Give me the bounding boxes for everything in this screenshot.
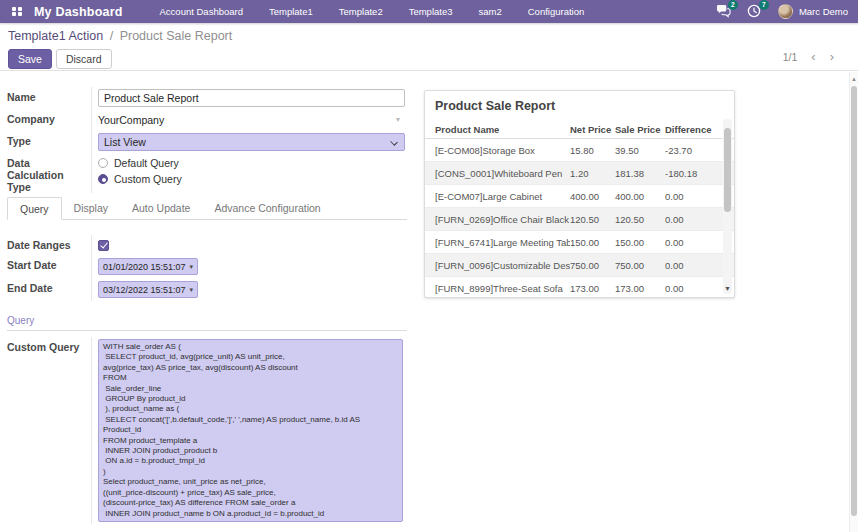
- custom-query-label: Custom Query: [7, 337, 91, 524]
- radio-custom-query-label: Custom Query: [114, 173, 182, 185]
- custom-query-textarea[interactable]: WITH sale_order AS ( SELECT product_id, …: [98, 339, 403, 522]
- report-scrollbar: ▼: [723, 119, 732, 294]
- col-net-price: Net Price: [570, 124, 615, 134]
- col-difference: Difference: [665, 124, 720, 134]
- company-value: YourCompany: [98, 114, 164, 126]
- page-scrollbar: ▲: [849, 72, 858, 532]
- type-select[interactable]: List View: [98, 133, 405, 151]
- start-date-label: Start Date: [7, 255, 91, 278]
- breadcrumb-separator: /: [107, 29, 116, 43]
- tab-auto-update[interactable]: Auto Update: [120, 197, 202, 219]
- calc-type-label: Data Calculation Type: [7, 153, 91, 193]
- activities-clock-icon[interactable]: 7: [747, 4, 763, 20]
- breadcrumb-current: Product Sale Report: [120, 29, 233, 43]
- nav-item-configuration[interactable]: Configuration: [515, 0, 598, 23]
- top-navbar: My Dashboard Account Dashboard Template1…: [0, 0, 858, 23]
- start-date-value: 01/01/2020 15:51:07: [103, 262, 186, 272]
- table-row: [FURN_0269]Office Chair Black 120.50 120…: [425, 208, 734, 231]
- company-caret-icon: ▾: [396, 115, 400, 124]
- messages-icon[interactable]: 2: [716, 4, 732, 20]
- query-tab-content: Date Ranges Start Date 01/01/2020 15:51:…: [7, 235, 407, 524]
- chevron-down-icon: [390, 138, 398, 146]
- nav-item-template3[interactable]: Template3: [396, 0, 466, 23]
- grid-icon: [12, 7, 22, 17]
- pager-next-icon[interactable]: ›: [830, 52, 834, 62]
- report-table-header: Product Name Net Price Sale Price Differ…: [425, 120, 734, 139]
- radio-custom-query[interactable]: Custom Query: [98, 173, 182, 185]
- app-title: My Dashboard: [34, 5, 123, 19]
- page-scrollbar-thumb[interactable]: [851, 86, 857, 516]
- radio-unchecked-icon: [98, 158, 108, 168]
- action-buttons: Save Discard: [8, 49, 112, 69]
- start-date-caret-icon: ▾: [189, 263, 193, 271]
- navbar-menu: Account Dashboard Template1 Template2 Te…: [147, 0, 598, 23]
- end-date-value: 03/12/2022 15:51:07: [103, 285, 186, 295]
- main-field-group: Name Company YourCompany ▾ Type: [7, 87, 407, 193]
- scroll-down-icon[interactable]: ▼: [723, 283, 732, 294]
- radio-default-query-label: Default Query: [114, 157, 179, 169]
- type-value: List View: [104, 136, 146, 148]
- pager-value: 1/1: [783, 51, 798, 63]
- breadcrumb-parent-link[interactable]: Template1 Action: [8, 29, 103, 43]
- user-name: Marc Demo: [799, 6, 848, 17]
- name-label: Name: [7, 87, 91, 109]
- end-date-caret-icon: ▾: [189, 286, 193, 294]
- table-row: [FURN_6741]Large Meeting Table 150.00 15…: [425, 231, 734, 254]
- user-avatar: [778, 4, 793, 19]
- navbar-right: 2 7 Marc Demo: [716, 4, 858, 20]
- table-row: [CONS_0001]Whiteboard Pen 1.20 181.38 -1…: [425, 162, 734, 185]
- activities-badge: 7: [759, 0, 769, 10]
- date-ranges-label: Date Ranges: [7, 235, 91, 255]
- nav-item-account-dashboard[interactable]: Account Dashboard: [147, 0, 256, 23]
- radio-checked-icon: [98, 174, 108, 184]
- date-ranges-checkbox[interactable]: [98, 240, 109, 251]
- tab-display[interactable]: Display: [62, 197, 120, 219]
- radio-default-query[interactable]: Default Query: [98, 157, 182, 169]
- breadcrumb: Template1 Action / Product Sale Report: [8, 29, 232, 43]
- notebook-tabs: Query Display Auto Update Advance Config…: [7, 197, 407, 220]
- scroll-up-icon[interactable]: ▲: [850, 74, 858, 84]
- discard-button[interactable]: Discard: [56, 49, 112, 69]
- report-title: Product Sale Report: [425, 91, 734, 120]
- table-row: [FURN_0096]Customizable Desk 750.00 750.…: [425, 254, 734, 277]
- form-view: Name Company YourCompany ▾ Type: [0, 71, 858, 532]
- report-table-body: [E-COM08]Storage Box 15.80 39.50 -23.70 …: [425, 139, 734, 298]
- user-menu[interactable]: Marc Demo: [778, 4, 848, 19]
- end-date-input[interactable]: 03/12/2022 15:51:07 ▾: [98, 281, 198, 298]
- form-sheet: Name Company YourCompany ▾ Type: [7, 87, 407, 524]
- query-section-title: Query: [7, 315, 407, 326]
- calc-type-radio-group: Default Query Custom Query: [98, 155, 182, 187]
- col-sale-price: Sale Price: [615, 124, 665, 134]
- save-button[interactable]: Save: [8, 49, 52, 69]
- name-input[interactable]: [98, 89, 405, 107]
- report-preview-card: Product Sale Report Product Name Net Pri…: [424, 90, 735, 298]
- tab-query[interactable]: Query: [7, 197, 62, 220]
- nav-item-template2[interactable]: Template2: [326, 0, 396, 23]
- control-panel: Template1 Action / Product Sale Report S…: [0, 23, 858, 71]
- messages-badge: 2: [728, 0, 738, 10]
- pager-prev-icon[interactable]: ‹: [811, 52, 815, 62]
- nav-item-template1[interactable]: Template1: [256, 0, 326, 23]
- nav-item-sam2[interactable]: sam2: [466, 0, 515, 23]
- company-label: Company: [7, 109, 91, 131]
- section-divider: [7, 330, 407, 331]
- pager: 1/1 ‹ ›: [783, 51, 834, 63]
- tab-advance-configuration[interactable]: Advance Configuration: [202, 197, 332, 219]
- start-date-input[interactable]: 01/01/2020 15:51:07 ▾: [98, 258, 198, 275]
- table-row: [E-COM07]Large Cabinet 400.00 400.00 0.0…: [425, 185, 734, 208]
- company-field[interactable]: YourCompany ▾: [98, 112, 405, 128]
- type-label: Type: [7, 131, 91, 153]
- report-scrollbar-thumb[interactable]: [724, 128, 731, 212]
- col-product-name: Product Name: [435, 124, 570, 134]
- end-date-label: End Date: [7, 278, 91, 301]
- table-row: [E-COM08]Storage Box 15.80 39.50 -23.70: [425, 139, 734, 162]
- apps-menu-icon[interactable]: [6, 0, 28, 23]
- table-row: [FURN_8999]Three-Seat Sofa 173.00 173.00…: [425, 277, 734, 298]
